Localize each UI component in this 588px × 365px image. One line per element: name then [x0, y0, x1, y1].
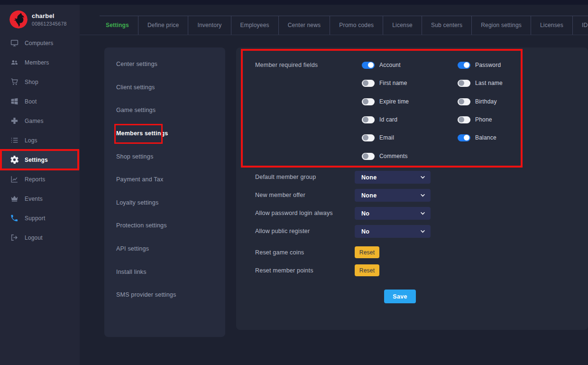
- sidebar-item-label: Logs: [25, 137, 37, 144]
- settings-menu-item-client-settings[interactable]: Client settings: [104, 76, 225, 99]
- tab-region-settings[interactable]: Region settings: [472, 16, 531, 35]
- sidebar-item-logs[interactable]: Logs: [0, 131, 80, 150]
- sidebar-item-label: Games: [25, 118, 44, 124]
- sidebar-item-games[interactable]: Games: [0, 111, 80, 131]
- members-icon: [10, 58, 18, 66]
- reset-button-reset-member-points[interactable]: Reset: [355, 264, 379, 276]
- toggle-knob: [363, 135, 368, 140]
- save-button[interactable]: Save: [384, 290, 416, 303]
- toggle-switch-on[interactable]: [458, 134, 470, 141]
- crown-icon: [10, 195, 18, 203]
- toggle-switch-off[interactable]: [362, 153, 375, 160]
- sidebar-item-boot[interactable]: Boot: [0, 92, 80, 111]
- select-default-member-group[interactable]: None: [355, 171, 431, 184]
- toggle-switch-on[interactable]: [458, 62, 470, 69]
- top-strip: [0, 0, 588, 5]
- toggle-password[interactable]: Password: [458, 61, 553, 69]
- toggle-switch-off[interactable]: [458, 80, 470, 87]
- sidebar-item-shop[interactable]: Shop: [0, 72, 80, 92]
- tab-idc-games[interactable]: IDC games: [573, 16, 588, 35]
- tab-define-price[interactable]: Define price: [138, 16, 188, 35]
- sidebar-item-events[interactable]: Events: [0, 189, 80, 208]
- toggle-expire-time[interactable]: Expire time: [362, 98, 458, 105]
- sidebar-item-label: Support: [25, 215, 45, 222]
- toggle-email[interactable]: Email: [362, 134, 458, 141]
- select-allow-public-register[interactable]: No: [355, 225, 431, 238]
- sidebar-item-logout[interactable]: Logout: [0, 228, 80, 247]
- settings-menu-item-api-settings[interactable]: API settings: [104, 237, 225, 261]
- toggle-label: Birthday: [475, 98, 497, 105]
- sidebar-item-label: Computers: [25, 40, 54, 47]
- settings-menu-item-payment-and-tax[interactable]: Payment and Tax: [104, 168, 225, 191]
- toggle-comments[interactable]: Comments: [362, 152, 458, 160]
- tabbar-bottom-divider: [80, 35, 588, 35]
- reset-button-reset-game-coins[interactable]: Reset: [355, 246, 379, 258]
- toggle-balance[interactable]: Balance: [458, 134, 553, 141]
- toggle-row: Expire timeBirthday: [362, 98, 553, 105]
- tab-licenses[interactable]: Licenses: [531, 16, 573, 35]
- toggle-label: Expire time: [379, 98, 409, 105]
- toggle-switch-off[interactable]: [458, 98, 470, 105]
- toggle-knob: [363, 117, 368, 122]
- toggle-switch-off[interactable]: [362, 80, 375, 87]
- member-required-fields-label: Member required fields: [255, 62, 318, 68]
- tab-employees[interactable]: Employees: [231, 16, 279, 35]
- toggle-last-name[interactable]: Last name: [458, 79, 553, 87]
- tab-license[interactable]: License: [383, 16, 422, 35]
- sidebar-item-settings[interactable]: Settings: [0, 150, 80, 169]
- sidebar-item-members[interactable]: Members: [0, 53, 80, 72]
- toggle-label: Comments: [379, 153, 408, 159]
- toggle-account[interactable]: Account: [362, 61, 458, 69]
- sidebar-item-label: Events: [25, 196, 43, 202]
- sidebar: charbel 008612345678 ComputersMembersSho…: [0, 5, 80, 365]
- reset-label-reset-game-coins: Reset game coins: [255, 249, 304, 256]
- tab-center-news[interactable]: Center news: [279, 16, 331, 35]
- settings-menu-item-sms-provider-settings[interactable]: SMS provider settings: [104, 283, 225, 307]
- tab-promo-codes[interactable]: Promo codes: [330, 16, 383, 35]
- select-label-allow-public-register: Allow public register: [255, 228, 310, 234]
- windows-icon: [10, 97, 18, 105]
- chevron-down-icon: [420, 211, 425, 216]
- toggle-switch-off[interactable]: [362, 116, 375, 123]
- toggle-switch-on[interactable]: [362, 62, 375, 69]
- settings-menu-item-protection-settings[interactable]: Protection settings: [104, 214, 225, 237]
- select-label-default-member-group: Default member group: [255, 174, 316, 180]
- toggle-label: Id card: [379, 116, 397, 123]
- settings-menu-item-loyalty-settings[interactable]: Loyalty settings: [104, 191, 225, 215]
- toggle-switch-off[interactable]: [458, 116, 470, 123]
- toggle-id-card[interactable]: Id card: [362, 116, 458, 123]
- toggle-knob: [363, 80, 368, 86]
- user-profile: charbel 008612345678: [9, 10, 67, 28]
- toggle-switch-off[interactable]: [362, 98, 375, 105]
- settings-panel: Member required fields Save AccountPassw…: [236, 47, 588, 330]
- sidebar-item-support[interactable]: Support: [0, 208, 80, 228]
- settings-menu-item-center-settings[interactable]: Center settings: [104, 53, 225, 76]
- toggle-label: Balance: [475, 134, 496, 141]
- user-id: 008612345678: [32, 21, 67, 27]
- toggle-label: Last name: [475, 80, 503, 86]
- select-label-new-member-offer: New member offer: [255, 192, 305, 198]
- user-info: charbel 008612345678: [32, 12, 67, 27]
- tab-inventory[interactable]: Inventory: [188, 16, 231, 35]
- sidebar-item-computers[interactable]: Computers: [0, 33, 80, 53]
- settings-menu-item-game-settings[interactable]: Game settings: [104, 99, 225, 122]
- settings-menu-item-install-links[interactable]: Install links: [104, 260, 225, 283]
- toggle-row: EmailBalance: [362, 134, 553, 141]
- toggle-phone[interactable]: Phone: [458, 116, 553, 123]
- sidebar-item-label: Boot: [25, 98, 37, 105]
- toggle-first-name[interactable]: First name: [362, 79, 458, 87]
- toggle-switch-off[interactable]: [362, 134, 375, 141]
- games-icon: [10, 117, 18, 125]
- settings-menu-item-members-settings[interactable]: Members settings: [104, 122, 225, 145]
- avatar: [9, 10, 28, 28]
- select-value: None: [361, 174, 377, 181]
- settings-menu-item-shop-settings[interactable]: Shop settings: [104, 145, 225, 168]
- select-allow-password-login-always[interactable]: No: [355, 207, 431, 220]
- toggle-row: First nameLast name: [362, 79, 553, 87]
- tab-settings[interactable]: Settings: [97, 16, 138, 35]
- sidebar-item-reports[interactable]: Reports: [0, 169, 80, 189]
- tab-sub-centers[interactable]: Sub centers: [422, 16, 472, 35]
- toggle-knob: [459, 80, 464, 86]
- select-new-member-offer[interactable]: None: [355, 189, 431, 202]
- toggle-birthday[interactable]: Birthday: [458, 98, 553, 105]
